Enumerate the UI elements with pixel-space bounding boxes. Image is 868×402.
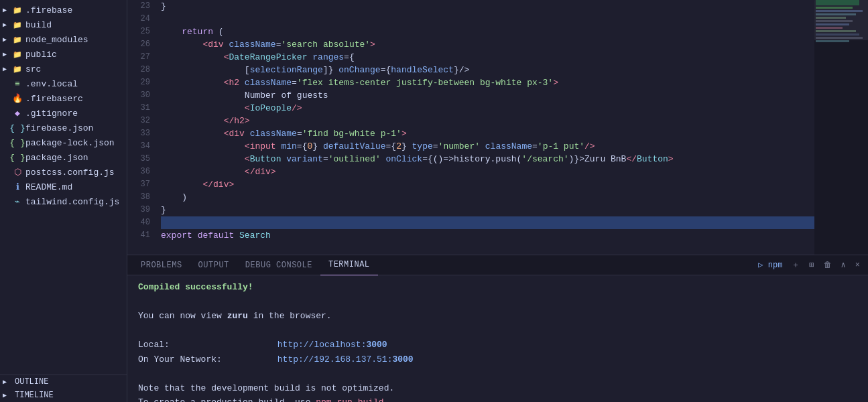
terminal-panel: PROBLEMS OUTPUT DEBUG CONSOLE TERMINAL ▷… — [127, 255, 868, 402]
compiled-line: Compiled successfully! — [138, 281, 857, 294]
file-explorer: ▶ 📁 .firebase ▶ 📁 build ▶ 📁 node_modules… — [0, 0, 127, 402]
file-icon: ⬡ — [12, 167, 23, 178]
code-content[interactable]: } return ( <div className='search absolu… — [156, 0, 814, 255]
sidebar-item-gitignore[interactable]: ▶ ◆ .gitignore — [0, 106, 127, 121]
svg-rect-13 — [814, 0, 868, 40]
sidebar-item-label: firebase.json — [25, 123, 93, 133]
code-line-40 — [161, 216, 814, 229]
folder-icon: 📁 — [12, 49, 23, 60]
file-icon: { } — [12, 123, 23, 133]
code-line-34: <input min={0} defaultValue={2} type='nu… — [161, 140, 814, 153]
sidebar-item-label: README.md — [25, 182, 72, 192]
sidebar-item-label: .gitignore — [25, 109, 78, 119]
sidebar-item-build[interactable]: ▶ 📁 build — [0, 17, 127, 32]
sidebar-item-firebaserc[interactable]: ▶ 🔥 .firebaserc — [0, 91, 127, 106]
sidebar-item-firebase[interactable]: ▶ 📁 .firebase — [0, 3, 127, 17]
code-line-31: <IoPeople/> — [161, 102, 814, 115]
svg-rect-12 — [816, 40, 849, 42]
sidebar-item-outline[interactable]: ▶ OUTLINE — [0, 375, 127, 389]
chevron-right-icon: ▶ — [3, 6, 12, 14]
tab-output[interactable]: OUTPUT — [190, 255, 237, 275]
network-url: http://192.168.137.51:3000 — [277, 354, 414, 364]
chevron-right-icon: ▶ — [3, 50, 12, 58]
code-line-33: <div className='find bg-white p-1'> — [161, 127, 814, 140]
code-line-29: <h2 className='flex items-center justify… — [161, 76, 814, 89]
file-icon: ◆ — [12, 108, 23, 119]
terminal-type-label: ▷ npm — [758, 260, 782, 270]
code-line-30: Number of guests — [161, 89, 814, 102]
line-numbers: 23 24 25 26 27 28 29 30 31 32 33 34 35 3… — [127, 0, 156, 255]
code-line-36: </div> — [161, 165, 814, 178]
sidebar-item-firebase-json[interactable]: ▶ { } firebase.json — [0, 121, 127, 135]
sidebar-item-env-local[interactable]: ▶ ≡ .env.local — [0, 76, 127, 91]
sidebar-item-src[interactable]: ▶ 📁 src — [0, 62, 127, 76]
terminal-actions: ▷ npm ＋ ⊞ 🗑 ∧ × — [758, 258, 863, 272]
local-url: http://localhost:3000 — [277, 340, 387, 350]
code-line-24 — [161, 13, 814, 25]
sidebar-item-public[interactable]: ▶ 📁 public — [0, 47, 127, 62]
file-icon: ≡ — [12, 78, 23, 89]
network-line: On Your Network: http://192.168.137.51:3… — [138, 353, 857, 366]
local-line: Local: http://localhost:3000 — [138, 338, 857, 352]
sidebar-item-package-lock[interactable]: ▶ { } package-lock.json — [0, 135, 127, 150]
code-line-26: <div className='search absolute'> — [161, 38, 814, 51]
code-line-38: ) — [161, 191, 814, 204]
sidebar-item-label: public — [25, 50, 57, 60]
code-line-39: } — [161, 204, 814, 216]
tab-problems[interactable]: PROBLEMS — [133, 255, 190, 275]
view-line: You can now view zuru in the browser. — [138, 310, 857, 323]
blank-line-3 — [138, 367, 857, 381]
sidebar-item-postcss[interactable]: ▶ ⬡ postcss.config.js — [0, 165, 127, 180]
chevron-right-icon: ▶ — [3, 21, 12, 29]
chevron-right-icon: ▶ — [3, 36, 12, 44]
main-area: 23 24 25 26 27 28 29 30 31 32 33 34 35 3… — [127, 0, 868, 402]
timeline-label: TIMELINE — [15, 391, 54, 400]
sidebar-item-label: package.json — [25, 153, 88, 163]
blank-line-1 — [138, 295, 857, 309]
sidebar-item-readme[interactable]: ▶ ℹ README.md — [0, 180, 127, 194]
sidebar-item-label: postcss.config.js — [25, 168, 115, 178]
chevron-right-icon: ▶ — [3, 65, 12, 73]
sidebar-bottom-section: ▶ OUTLINE ▶ TIMELINE — [0, 375, 127, 402]
tab-debug-console[interactable]: DEBUG CONSOLE — [237, 255, 320, 275]
minimap — [814, 0, 868, 255]
maximize-terminal-button[interactable]: ∧ — [839, 259, 849, 271]
sidebar-item-package-json[interactable]: ▶ { } package.json — [0, 150, 127, 165]
sidebar-item-tailwind[interactable]: ▶ ⌁ tailwind.config.js — [0, 194, 127, 209]
delete-terminal-button[interactable]: 🗑 — [821, 259, 834, 271]
code-line-23: } — [161, 0, 814, 13]
view-text: You can now view zuru in the browser. — [138, 311, 332, 321]
close-terminal-button[interactable]: × — [853, 259, 863, 271]
compiled-text: Compiled successfully! — [138, 282, 253, 292]
note-line: Note that the development build is not o… — [138, 382, 857, 395]
sidebar-item-label: .firebaserc — [25, 94, 83, 104]
folder-icon: 📁 — [12, 34, 23, 45]
sidebar-item-label: .firebase — [25, 5, 72, 15]
folder-icon: 📁 — [12, 64, 23, 74]
file-icon: 🔥 — [12, 93, 23, 104]
folder-icon: 📁 — [12, 19, 23, 30]
blank-line-2 — [138, 324, 857, 338]
chevron-right-icon: ▶ — [3, 391, 12, 399]
sidebar-item-timeline[interactable]: ▶ TIMELINE — [0, 389, 127, 402]
file-icon: { } — [12, 137, 23, 148]
sidebar-item-label: node_modules — [25, 35, 88, 45]
sidebar-item-node-modules[interactable]: ▶ 📁 node_modules — [0, 32, 127, 47]
create-line: To create a production build, use npm ru… — [138, 396, 857, 402]
tab-terminal[interactable]: TERMINAL — [320, 255, 378, 275]
code-line-35: <Button variant='outlined' onClick={()=>… — [161, 153, 814, 165]
outline-label: OUTLINE — [15, 377, 48, 387]
code-editor[interactable]: 23 24 25 26 27 28 29 30 31 32 33 34 35 3… — [127, 0, 868, 255]
code-line-41: export default Search — [161, 229, 814, 242]
code-line-37: </div> — [161, 178, 814, 191]
code-line-28: [selectionRange]} onChange={handleSelect… — [161, 64, 814, 76]
terminal-tab-bar: PROBLEMS OUTPUT DEBUG CONSOLE TERMINAL ▷… — [127, 255, 868, 275]
file-icon: ⌁ — [12, 196, 23, 207]
terminal-output[interactable]: Compiled successfully! You can now view … — [127, 275, 868, 402]
split-terminal-button[interactable]: ⊞ — [806, 259, 816, 271]
new-terminal-button[interactable]: ＋ — [789, 258, 802, 272]
note-text: Note that the development build is not o… — [138, 383, 394, 393]
folder-icon: 📁 — [12, 5, 23, 15]
sidebar-item-label: build — [25, 20, 52, 30]
file-icon: ℹ — [12, 182, 23, 192]
